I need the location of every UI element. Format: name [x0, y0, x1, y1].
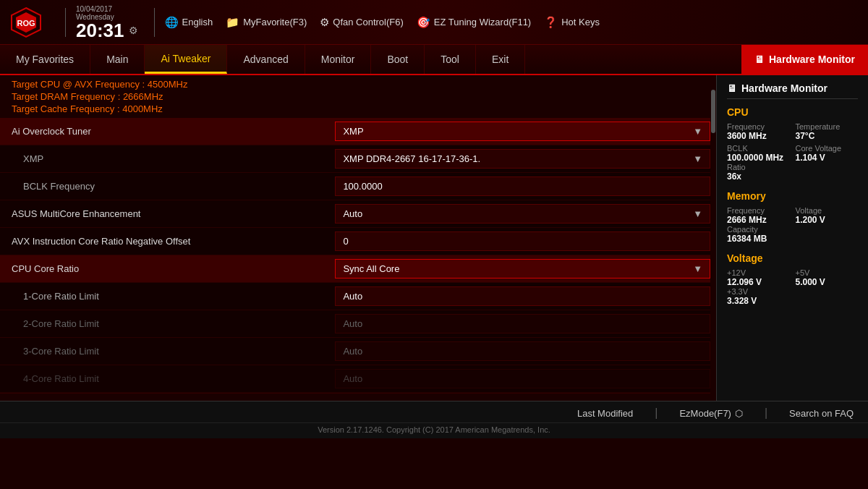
- language-selector[interactable]: 🌐 English: [165, 16, 213, 29]
- setting-value-1core[interactable]: Auto: [329, 284, 716, 309]
- header-divider-2: [154, 8, 155, 37]
- ez-tuning-button[interactable]: 🎯 EZ Tuning Wizard(F11): [417, 16, 531, 29]
- hw-monitor-title: 🖥 Hardware Monitor: [727, 82, 858, 99]
- nav-boot[interactable]: Boot: [371, 45, 425, 74]
- setting-1core-ratio: 1-Core Ratio Limit Auto: [0, 283, 716, 310]
- nav-hardware-monitor[interactable]: 🖥 Hardware Monitor: [741, 45, 868, 74]
- qfan-control-button[interactable]: ⚙ Qfan Control(F6): [320, 16, 404, 29]
- ez-mode-label: EzMode(F7): [679, 408, 731, 419]
- nav-my-favorites[interactable]: My Favorites: [0, 45, 90, 74]
- setting-value-xmp[interactable]: XMP DDR4-2667 16-17-17-36-1. ▼: [329, 146, 716, 171]
- xmp-dropdown[interactable]: XMP DDR4-2667 16-17-17-36-1. ▼: [335, 149, 710, 169]
- hw-cpu-temp-label: Temperature 37°C: [796, 122, 859, 141]
- avx-input[interactable]: 0: [335, 231, 710, 251]
- setting-bclk-frequency: BCLK Frequency 100.0000: [0, 173, 716, 200]
- main-layout: Target CPU @ AVX Frequency : 4500MHz Tar…: [0, 75, 868, 401]
- setting-value-multicore[interactable]: Auto ▼: [329, 201, 716, 226]
- target-cpu-row: Target CPU @ AVX Frequency : 4500MHz: [12, 78, 705, 90]
- header-controls: 🌐 English 📁 MyFavorite(F3) ⚙ Qfan Contro…: [165, 16, 860, 29]
- 2core-input: Auto: [335, 314, 710, 333]
- content-area: Target CPU @ AVX Frequency : 4500MHz Tar…: [0, 75, 716, 401]
- nav-ai-tweaker[interactable]: Ai Tweaker: [145, 45, 227, 74]
- hw-voltage-title: Voltage: [727, 252, 858, 264]
- setting-cpu-core-ratio: CPU Core Ratio Sync All Core ▼: [0, 255, 716, 283]
- target-cache-row: Target Cache Frequency : 4000MHz: [12, 103, 705, 115]
- setting-multicore: ASUS MultiCore Enhancement Auto ▼: [0, 200, 716, 228]
- hw-voltage-section: Voltage +12V 12.096 V +5V 5.000 V +3.3V …: [727, 252, 858, 306]
- setting-value-cpu-core-ratio[interactable]: Sync All Core ▼: [329, 256, 716, 281]
- setting-label-1core: 1-Core Ratio Limit: [0, 285, 329, 307]
- globe-icon: 🌐: [165, 16, 179, 29]
- hotkeys-icon: ❓: [544, 16, 558, 29]
- setting-value-3core: Auto: [329, 339, 716, 364]
- hw-memory-title: Memory: [727, 190, 858, 202]
- ez-mode-button[interactable]: EzMode(F7) ⬡: [679, 408, 743, 419]
- footer-sep-1: |: [655, 407, 658, 420]
- setting-label-3core: 3-Core Ratio Limit: [0, 340, 329, 362]
- nav-exit[interactable]: Exit: [476, 45, 525, 74]
- my-favorite-button[interactable]: 📁 MyFavorite(F3): [226, 16, 307, 29]
- setting-value-2core: Auto: [329, 311, 716, 336]
- footer-sep-2: |: [765, 407, 767, 420]
- setting-xmp: XMP XMP DDR4-2667 16-17-17-36-1. ▼: [0, 145, 716, 173]
- hw-mem-voltage: Voltage 1.200 V: [796, 206, 859, 225]
- nav-advanced[interactable]: Advanced: [227, 45, 305, 74]
- ez-mode-icon: ⬡: [735, 408, 743, 419]
- monitor-panel-icon: 🖥: [727, 82, 737, 94]
- hw-cpu-ratio: Ratio 36x: [727, 163, 858, 182]
- dropdown-arrow-icon: ▼: [693, 208, 702, 219]
- qfan-label: Qfan Control(F6): [333, 17, 404, 27]
- ai-overclock-dropdown[interactable]: XMP ▼: [335, 122, 710, 141]
- hw-cpu-grid: Frequency 3600 MHz Temperature 37°C BCLK…: [727, 122, 858, 163]
- multicore-dropdown[interactable]: Auto ▼: [335, 204, 710, 224]
- hw-cpu-bclk-label: BCLK 100.0000 MHz: [727, 144, 790, 163]
- settings-icon[interactable]: ⚙: [129, 25, 138, 36]
- setting-value-4core: Auto: [329, 366, 716, 391]
- hw-33v: +3.3V 3.328 V: [727, 287, 858, 306]
- language-label: English: [182, 17, 213, 27]
- setting-ai-overclock-tuner: Ai Overclock Tuner XMP ▼: [0, 118, 716, 145]
- 1core-input[interactable]: Auto: [335, 286, 710, 306]
- 4core-input: Auto: [335, 369, 710, 388]
- setting-label-bclk: BCLK Frequency: [0, 175, 329, 197]
- nav-monitor[interactable]: Monitor: [305, 45, 372, 74]
- hw-voltage-grid: +12V 12.096 V +5V 5.000 V: [727, 268, 858, 287]
- hw-mem-freq: Frequency 2666 MHz: [727, 206, 790, 225]
- info-text: [Manual]: When the manual mode is select…: [36, 399, 588, 401]
- scroll-thumb[interactable]: [711, 90, 715, 133]
- setting-value-bclk[interactable]: 100.0000: [329, 174, 716, 199]
- hw-5v: +5V 5.000 V: [796, 268, 859, 287]
- setting-4core-ratio: 4-Core Ratio Limit Auto: [0, 365, 716, 393]
- dropdown-arrow-icon: ▼: [693, 126, 702, 137]
- hw-cpu-section: CPU Frequency 3600 MHz Temperature 37°C …: [727, 106, 858, 182]
- setting-label-2core: 2-Core Ratio Limit: [0, 312, 329, 335]
- setting-label-xmp: XMP: [0, 148, 329, 170]
- dropdown-arrow-icon: ▼: [693, 263, 702, 274]
- svg-text:ROG: ROG: [17, 19, 35, 27]
- hardware-monitor-panel: 🖥 Hardware Monitor CPU Frequency 3600 MH…: [716, 75, 868, 401]
- hot-keys-button[interactable]: ❓ Hot Keys: [544, 16, 600, 29]
- last-modified-button[interactable]: Last Modified: [577, 408, 633, 419]
- nav-bar: My Favorites Main Ai Tweaker Advanced Mo…: [0, 45, 868, 75]
- hw-cpu-title: CPU: [727, 106, 858, 118]
- setting-label-cpu-core-ratio: CPU Core Ratio: [0, 258, 329, 280]
- header-time-area: 10/04/2017Wednesday 20:31 ⚙: [76, 5, 138, 40]
- setting-value-ai-overclock[interactable]: XMP ▼: [329, 119, 716, 144]
- header-clock: 20:31: [76, 21, 124, 40]
- setting-2core-ratio: 2-Core Ratio Limit Auto: [0, 310, 716, 338]
- nav-tool[interactable]: Tool: [425, 45, 476, 74]
- search-faq-button[interactable]: Search on FAQ: [789, 408, 854, 419]
- ez-tuning-label: EZ Tuning Wizard(F11): [434, 17, 531, 27]
- info-text-manual: [Manual]: When the manual mode is select…: [36, 399, 588, 401]
- bclk-input[interactable]: 100.0000: [335, 177, 710, 196]
- nav-main[interactable]: Main: [90, 45, 145, 74]
- hw-memory-section: Memory Frequency 2666 MHz Voltage 1.200 …: [727, 190, 858, 244]
- setting-label-4core: 4-Core Ratio Limit: [0, 367, 329, 390]
- setting-value-avx[interactable]: 0: [329, 229, 716, 254]
- cpu-core-ratio-dropdown[interactable]: Sync All Core ▼: [335, 259, 710, 278]
- setting-3core-ratio: 3-Core Ratio Limit Auto: [0, 338, 716, 365]
- scrollbar[interactable]: [710, 75, 716, 401]
- hw-cpu-voltage-label: Core Voltage 1.104 V: [796, 144, 859, 163]
- fan-icon: ⚙: [320, 16, 329, 29]
- header-date: 10/04/2017Wednesday: [76, 5, 138, 21]
